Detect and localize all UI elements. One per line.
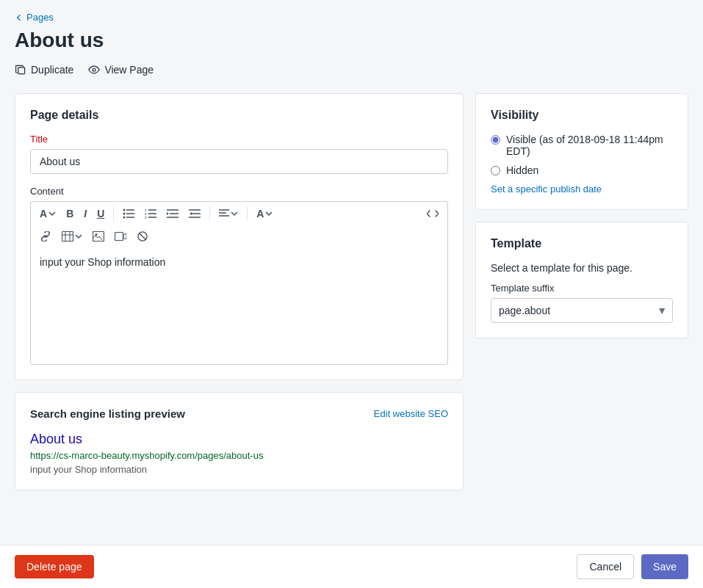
seo-url: https://cs-marco-beauty.myshopify.com/pa… [30,450,448,461]
chevron-left-icon [15,13,24,22]
save-button[interactable]: Save [641,554,688,579]
image-icon [93,231,104,242]
svg-text:3: 3 [145,216,147,219]
video-icon [115,231,126,242]
visibility-visible-option[interactable]: Visible (as of 2018-09-18 11:44pm EDT) [491,134,673,157]
footer-right: Cancel Save [577,554,688,579]
table-icon [62,231,73,242]
view-page-label: View Page [104,64,154,76]
dropdown-arrow-icon2 [231,211,238,217]
eye-icon [88,64,100,76]
svg-point-1 [93,68,95,71]
seo-header: Search engine listing preview Edit websi… [30,407,448,420]
toolbar-divider-2 [209,206,210,221]
editor-toolbar-row1: A B I U 123 [30,201,448,225]
table-btn[interactable] [57,228,87,244]
ordered-list-icon: 123 [145,208,156,219]
indent-btn[interactable] [162,206,183,222]
main-layout: Page details Title Content A B [15,93,688,490]
visibility-visible-label: Visible (as of 2018-09-18 11:44pm EDT) [506,134,673,157]
font-btn[interactable]: A [35,205,60,222]
seo-page-title: About us [30,432,448,447]
visibility-options: Visible (as of 2018-09-18 11:44pm EDT) H… [491,134,673,176]
toolbar-divider-1 [113,206,114,221]
view-page-button[interactable]: View Page [88,61,154,79]
left-column: Page details Title Content A B [15,93,464,490]
ordered-list-btn[interactable]: 123 [140,206,161,222]
indent-icon [167,208,179,219]
right-column: Visibility Visible (as of 2018-09-18 11:… [475,93,688,338]
image-btn[interactable] [88,228,109,244]
suffix-label: Template suffix [491,283,673,294]
breadcrumb-label: Pages [26,12,54,23]
title-field-group: Title [30,134,448,174]
align-icon [219,209,229,218]
seo-description: input your Shop information [30,464,448,475]
title-input[interactable] [30,149,448,174]
content-field-group: Content A B I U [30,186,448,365]
content-label: Content [30,186,448,197]
video-btn[interactable] [110,228,131,244]
delete-page-button[interactable]: Delete page [15,555,94,578]
editor-toolbar-row2 [30,225,448,247]
unordered-list-icon [123,208,134,219]
svg-rect-23 [62,232,73,242]
seo-card: Search engine listing preview Edit websi… [15,392,464,490]
toolbar-divider-3 [247,206,248,221]
cancel-button[interactable]: Cancel [577,554,634,579]
block-btn[interactable] [132,228,153,244]
dropdown-arrow-icon [48,211,56,217]
page-details-title: Page details [30,109,448,122]
outdent-btn[interactable] [184,206,205,222]
title-label: Title [30,134,448,145]
source-icon [427,208,439,219]
outdent-icon [189,208,201,219]
visibility-hidden-radio[interactable] [491,166,500,175]
visibility-hidden-label: Hidden [506,164,538,176]
footer-bar: Delete page Cancel Save [0,545,703,588]
block-icon [137,231,148,242]
align-btn[interactable] [214,206,242,221]
svg-line-31 [139,233,146,240]
italic-btn[interactable]: I [79,205,91,222]
source-btn[interactable] [422,206,443,222]
dropdown-arrow-icon4 [75,233,82,239]
template-title: Template [491,237,673,250]
action-bar: Duplicate View Page [15,61,688,79]
svg-point-5 [123,209,126,211]
template-card: Template Select a template for this page… [475,222,688,338]
edit-seo-link[interactable]: Edit website SEO [374,408,448,419]
visibility-title: Visibility [491,109,673,122]
duplicate-label: Duplicate [31,64,73,76]
bold-btn[interactable]: B [62,205,78,222]
seo-title: Search engine listing preview [30,407,185,420]
svg-rect-0 [18,68,25,74]
page-details-card: Page details Title Content A B [15,93,464,380]
editor-content: input your Shop information [40,256,165,268]
link-icon [40,231,51,242]
breadcrumb[interactable]: Pages [15,12,688,23]
visibility-visible-radio[interactable] [491,135,500,145]
visibility-hidden-option[interactable]: Hidden [491,164,673,176]
duplicate-button[interactable]: Duplicate [15,61,73,79]
editor-area[interactable]: input your Shop information [30,247,448,365]
suffix-select[interactable]: page.about page.contact page.faq [491,298,673,323]
link-btn[interactable] [35,228,56,244]
publish-date-link[interactable]: Set a specific publish date [491,184,602,195]
text-color-btn[interactable]: A [252,205,277,222]
duplicate-icon [15,64,26,76]
template-description: Select a template for this page. [491,262,673,274]
svg-rect-29 [115,233,123,241]
unordered-list-btn[interactable] [118,206,139,222]
underline-btn[interactable]: U [93,205,109,222]
suffix-select-wrapper: page.about page.contact page.faq ▼ [491,298,673,323]
dropdown-arrow-icon3 [265,211,273,217]
visibility-card: Visibility Visible (as of 2018-09-18 11:… [475,93,688,210]
page-title: About us [15,29,688,52]
svg-point-7 [123,217,126,219]
svg-point-6 [123,213,126,215]
